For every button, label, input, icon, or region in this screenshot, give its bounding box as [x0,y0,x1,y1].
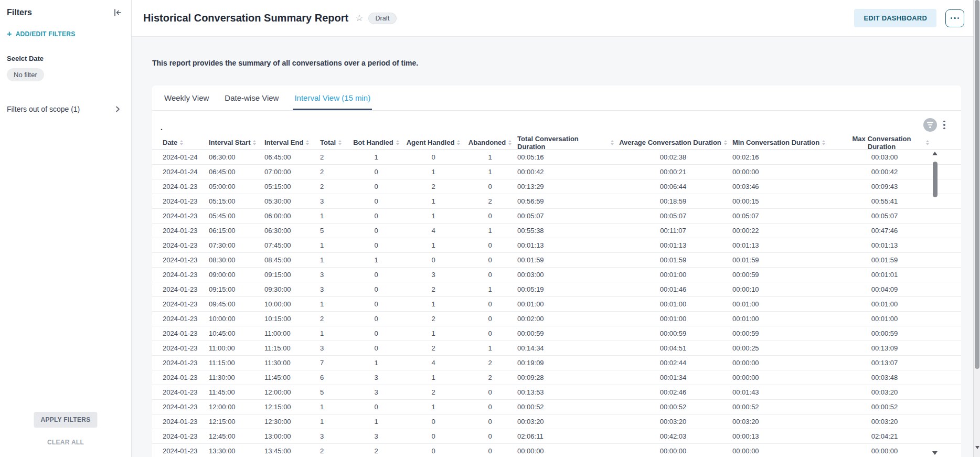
table-header-row: DateInterval StartInterval EndTotalBot H… [152,135,961,150]
table-cell: 2 [404,388,466,396]
column-filter-icon[interactable] [923,118,937,132]
table-row: 2024-01-2310:45:0011:00:00101000:00:5900… [152,326,961,341]
tab-interval-view[interactable]: Interval View (15 min) [293,86,372,110]
apply-filters-button[interactable]: APPLY FILTERS [34,412,97,428]
column-header[interactable]: Min Conversation Duration [732,139,840,146]
table-cell: 00:00:59 [732,330,840,337]
table-cell: 00:01:43 [732,388,840,396]
table-cell: 00:55:41 [840,197,932,205]
table-cell: 2 [320,447,351,455]
table-cell: 06:15:00 [209,227,264,235]
column-header[interactable]: Interval End [264,139,320,146]
table-cell: 1 [404,212,466,220]
table-cell: 2024-01-23 [163,271,209,279]
table-cell: 0 [351,330,404,337]
column-header-label: Min Conversation Duration [732,139,819,146]
table-cell: 00:00:52 [840,403,932,411]
table-cell: 2 [404,183,466,190]
tab-date-wise-view[interactable]: Date-wise View [223,86,280,110]
tab-weekly-view[interactable]: Weekly View [163,86,210,110]
table-cell: 0 [466,330,517,337]
column-header[interactable]: Max Conversation Duration [840,135,932,151]
column-header-label: Total Conversation Duration [517,135,608,151]
table-cell: 00:01:01 [840,271,932,279]
table-cell: 2024-01-24 [163,168,209,176]
table-cell: 00:00:52 [617,403,732,411]
table-cell: 00:01:13 [732,241,840,249]
table-cell: 1 [404,374,466,381]
page-scrollbar[interactable] [973,0,980,457]
plus-icon: + [7,30,12,38]
table-cell: 00:13:07 [840,359,932,367]
table-cell: 00:05:07 [840,212,932,220]
table-cell: 00:18:59 [617,197,732,205]
table-cell: 00:03:00 [517,271,617,279]
table-cell: 00:00:22 [732,227,840,235]
column-header[interactable]: Agent Handled [404,139,466,146]
widget-kebab-menu-icon[interactable] [941,119,947,131]
table-cell: 0 [351,168,404,176]
table-cell: 1 [466,153,517,161]
table-scroll-down-icon[interactable] [932,451,938,455]
column-header[interactable]: Total Conversation Duration [517,135,617,151]
table-cell: 1 [404,241,466,249]
table-scrollbar-thumb[interactable] [933,162,938,197]
table-row: 2024-01-2312:15:0012:30:00110000:03:2000… [152,415,961,429]
no-filter-chip[interactable]: No filter [7,68,44,81]
table-cell: 00:03:20 [732,418,840,426]
column-header[interactable]: Abandoned [466,139,517,146]
table-cell: 10:45:00 [209,330,264,337]
table-cell: 1 [404,197,466,205]
table-cell: 1 [404,300,466,308]
table-row: 2024-01-2306:15:0006:30:00504100:55:3800… [152,224,961,238]
table-cell: 00:14:34 [517,344,617,352]
column-header[interactable]: Bot Handled [351,139,404,146]
table-cell: 3 [320,344,351,352]
filters-out-of-scope[interactable]: Filters out of scope (1) [7,105,121,113]
column-header[interactable]: Interval Start [209,139,264,146]
table-cell: 1 [351,153,404,161]
table-cell: 00:00:00 [732,447,840,455]
page-scrollbar-thumb[interactable] [975,0,979,369]
table-cell: 00:19:09 [517,359,617,367]
column-header[interactable]: Date [163,139,209,146]
table-cell: 11:30:00 [264,359,320,367]
clear-all-button[interactable]: CLEAR ALL [0,439,131,446]
table-cell: 00:55:38 [517,227,617,235]
overflow-menu-button[interactable] [945,9,964,27]
table-cell: 2 [466,197,517,205]
table-cell: 1 [404,403,466,411]
favorite-star-icon[interactable]: ☆ [355,13,363,24]
column-header[interactable]: Total [320,139,351,146]
table-cell: 00:01:00 [840,315,932,323]
table-cell: 2024-01-23 [163,212,209,220]
table-cell: 0 [404,418,466,426]
table-cell: 00:01:46 [617,285,732,293]
collapse-sidebar-icon[interactable] [112,7,123,18]
filters-sidebar: Filters + ADD/EDIT FILTERS Seelct Date N… [0,0,132,457]
widget-toolbar: . [152,111,961,135]
column-header-label: Bot Handled [353,139,393,146]
table-cell: 1 [466,227,517,235]
add-edit-filters-button[interactable]: + ADD/EDIT FILTERS [7,30,76,38]
table-cell: 0 [466,418,517,426]
table-cell: 11:45:00 [209,388,264,396]
table-cell: 00:01:00 [732,300,840,308]
sort-icon [180,140,183,145]
table-cell: 00:04:09 [840,285,932,293]
table-cell: 0 [466,403,517,411]
table-cell: 3 [320,271,351,279]
page-scroll-down-icon[interactable] [975,446,979,449]
table-cell: 00:56:59 [517,197,617,205]
table-cell: 0 [404,432,466,440]
table-cell: 07:30:00 [209,241,264,249]
table-cell: 00:13:29 [517,183,617,190]
edit-dashboard-button[interactable]: EDIT DASHBOARD [854,9,936,27]
table-cell: 00:05:07 [617,212,732,220]
table-cell: 09:15:00 [209,285,264,293]
column-header[interactable]: Average Conversation Duration [617,139,732,146]
table-cell: 05:15:00 [209,197,264,205]
table-cell: 0 [466,183,517,190]
table-scroll-up-icon[interactable] [932,152,938,155]
table-cell: 00:02:00 [517,315,617,323]
